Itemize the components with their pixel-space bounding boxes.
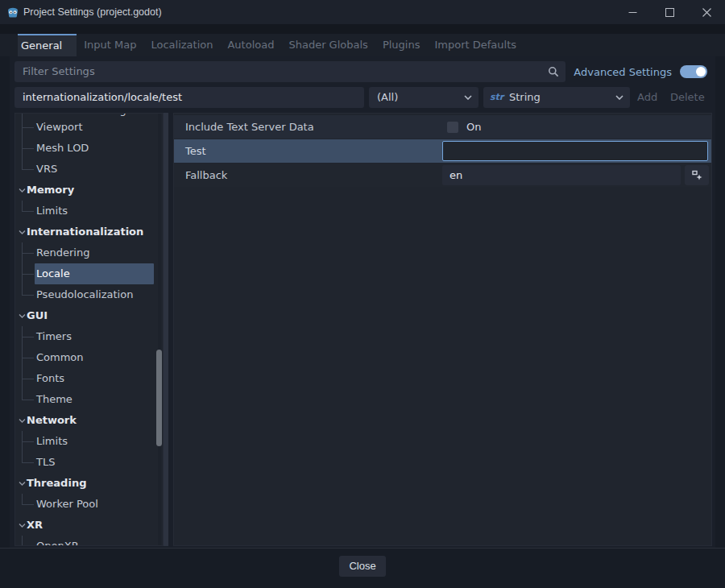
tree-item-network[interactable]: Network xyxy=(15,410,163,431)
tree-item-theme[interactable]: Theme xyxy=(15,389,163,410)
tree-item-label: Rendering xyxy=(36,242,89,263)
tree-item-tls[interactable]: TLS xyxy=(15,452,163,473)
tab-input-map[interactable]: Input Map xyxy=(77,34,143,56)
close-button[interactable]: Close xyxy=(339,556,386,577)
tree-item-label: Mesh LOD xyxy=(36,138,89,159)
section-collapse-icon xyxy=(19,188,26,193)
toggle-knob xyxy=(696,67,706,77)
close-icon xyxy=(702,8,711,17)
tree-item-label: Internationalization xyxy=(27,222,143,242)
tree-item-fonts[interactable]: Fonts xyxy=(15,368,163,389)
tree-item-threading[interactable]: Threading xyxy=(15,473,163,494)
tree-item-memory[interactable]: Memory xyxy=(15,180,163,201)
settings-category-tree: Occlusion CullingViewportMesh LODVRSMemo… xyxy=(14,113,164,546)
tree-item-pseudolocalization[interactable]: Pseudolocalization xyxy=(15,284,163,305)
titlebar-tab-gap xyxy=(0,24,725,34)
tree-item-limits[interactable]: Limits xyxy=(15,201,163,222)
tab-localization[interactable]: Localization xyxy=(143,34,220,56)
type-select[interactable]: str String xyxy=(483,87,630,108)
filter-row: Filter Settings Advanced Settings xyxy=(14,61,707,82)
setting-row-test: Test xyxy=(174,139,711,163)
titlebar: Project Settings (project.godot) xyxy=(0,0,725,24)
tree-item-internationalization[interactable]: Internationalization xyxy=(15,222,163,242)
tab-import-defaults[interactable]: Import Defaults xyxy=(427,34,524,56)
tab-general[interactable]: General xyxy=(18,34,77,56)
tree-item-label: XR xyxy=(27,515,43,536)
tree-connector-line xyxy=(22,201,23,211)
property-path-input[interactable]: internationalization/locale/test xyxy=(14,87,364,108)
tree-connector-line xyxy=(22,159,23,169)
section-collapse-icon xyxy=(19,314,26,318)
property-path-value: internationalization/locale/test xyxy=(23,91,182,103)
include-text-server-data-checkbox[interactable] xyxy=(447,122,458,133)
tree-item-label: Threading xyxy=(27,473,86,494)
tree-item-label: TLS xyxy=(36,452,55,473)
test-value-input[interactable] xyxy=(442,141,708,161)
category-select[interactable]: (All) xyxy=(369,87,478,108)
setting-row-fallback: Fallback en xyxy=(174,164,711,187)
tree-item-label: Limits xyxy=(36,201,68,222)
tree-connector-line xyxy=(22,284,23,295)
delete-button[interactable]: Delete xyxy=(670,87,705,108)
tree-connector-stub xyxy=(22,295,34,296)
add-button[interactable]: Add xyxy=(637,87,657,108)
tree-connector-stub xyxy=(22,253,34,254)
tree-item-label: Common xyxy=(36,347,84,368)
tab-plugins[interactable]: Plugins xyxy=(375,34,428,56)
tree-item-rendering[interactable]: Rendering xyxy=(15,242,163,263)
tree-connector-stub xyxy=(22,148,34,149)
tree-item-gui[interactable]: GUI xyxy=(15,305,163,326)
tree-item-vrs[interactable]: VRS xyxy=(15,159,163,180)
tree-item-label: Viewport xyxy=(36,117,83,138)
category-select-value: (All) xyxy=(377,91,398,103)
settings-panel: Include Text Server Data On Test Fallbac… xyxy=(173,113,712,546)
fallback-value-input[interactable]: en xyxy=(442,165,681,185)
tab-autoload[interactable]: Autoload xyxy=(220,34,281,56)
footer-divider xyxy=(0,548,725,549)
tree-item-viewport[interactable]: Viewport xyxy=(15,117,163,138)
tree-item-mesh-lod[interactable]: Mesh LOD xyxy=(15,138,163,159)
tree-connector-stub xyxy=(22,504,34,505)
maximize-button[interactable] xyxy=(651,0,688,24)
section-collapse-icon xyxy=(19,230,26,234)
tree-item-label: Network xyxy=(27,410,77,431)
scrollbar-thumb[interactable] xyxy=(156,350,162,446)
close-window-button[interactable] xyxy=(688,0,725,24)
tab-shader-globals[interactable]: Shader Globals xyxy=(281,34,375,56)
tree-item-label: Theme xyxy=(36,389,72,410)
panel-splitter[interactable] xyxy=(164,113,168,546)
setting-label: Include Text Server Data xyxy=(174,121,442,133)
tree-item-label: Timers xyxy=(36,326,72,347)
tree-connector-line xyxy=(22,536,23,546)
tree-connector-stub xyxy=(22,211,34,212)
tree-item-label: Memory xyxy=(27,180,74,201)
tree-item-openxr[interactable]: OpenXR xyxy=(15,536,163,546)
minimize-button[interactable] xyxy=(614,0,651,24)
scrollbar-track[interactable] xyxy=(158,114,161,545)
tree-connector-stub xyxy=(22,358,34,358)
property-bar: internationalization/locale/test (All) s… xyxy=(14,87,630,108)
type-select-value: String xyxy=(509,91,541,103)
tree-item-timers[interactable]: Timers xyxy=(15,326,163,347)
filter-settings-input[interactable]: Filter Settings xyxy=(14,61,566,82)
tab-bar: GeneralInput MapLocalizationAutoloadShad… xyxy=(0,34,725,56)
window-title: Project Settings (project.godot) xyxy=(23,6,162,18)
tree-item-worker-pool[interactable]: Worker Pool xyxy=(15,494,163,515)
tree-connector-stub xyxy=(22,379,34,379)
tree-connector-stub xyxy=(22,400,34,400)
tree-connector-stub xyxy=(22,274,34,275)
tree-connector-line xyxy=(22,452,23,462)
tree-item-common[interactable]: Common xyxy=(15,347,163,368)
section-collapse-icon xyxy=(19,419,26,423)
tree-connector-stub xyxy=(22,462,34,463)
maximize-icon xyxy=(665,8,674,17)
locale-select-button[interactable] xyxy=(685,165,709,185)
tree-item-xr[interactable]: XR xyxy=(15,515,163,536)
tree-item-label: Fonts xyxy=(36,368,64,389)
tree-item-label: GUI xyxy=(27,305,48,326)
tree-item-locale[interactable]: Locale xyxy=(15,263,163,284)
advanced-settings-toggle[interactable] xyxy=(680,65,707,78)
tree-item-label: OpenXR xyxy=(36,536,79,546)
tree-item-label: VRS xyxy=(36,159,57,180)
tree-item-limits[interactable]: Limits xyxy=(15,431,163,452)
